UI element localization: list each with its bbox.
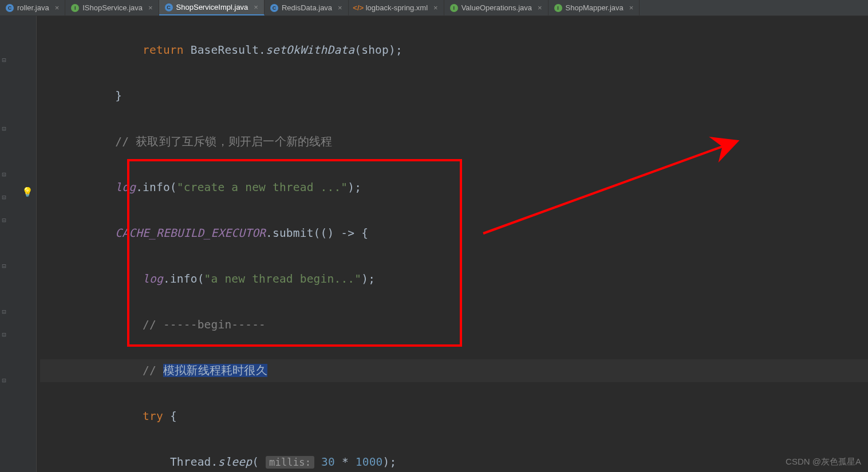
- close-icon[interactable]: ×: [431, 3, 438, 12]
- class-icon: C: [270, 4, 278, 12]
- tab-label: logback-spring.xml: [366, 3, 428, 12]
- tab-label: ShopMapper.java: [566, 3, 624, 12]
- fold-icon[interactable]: ⊟: [0, 170, 8, 179]
- fold-icon[interactable]: ⊟: [0, 193, 8, 201]
- close-icon[interactable]: ×: [53, 3, 60, 12]
- editor-area: ⊟ ⊟ ⊟ 💡 ⊟ ⊟ ⊟ ⊟ ⊟ ⊟ return BaseResult.se…: [0, 16, 868, 472]
- fold-icon[interactable]: ⊟: [0, 216, 8, 224]
- tab-roller[interactable]: C roller.java ×: [0, 0, 65, 15]
- class-icon: C: [6, 4, 14, 12]
- fold-icon[interactable]: ⊟: [0, 262, 8, 270]
- tab-valueoperations[interactable]: I ValueOperations.java ×: [444, 0, 549, 15]
- editor-tabs: C roller.java × I IShopService.java × C …: [0, 0, 868, 16]
- gutter: ⊟ ⊟ ⊟ 💡 ⊟ ⊟ ⊟ ⊟ ⊟ ⊟: [0, 16, 37, 472]
- tab-label: RedisData.java: [282, 3, 332, 12]
- interface-icon: I: [554, 4, 562, 12]
- close-icon[interactable]: ×: [251, 3, 258, 11]
- tab-label: roller.java: [17, 3, 49, 12]
- close-icon[interactable]: ×: [535, 3, 542, 12]
- tab-shopmapper[interactable]: I ShopMapper.java ×: [549, 0, 640, 15]
- tab-label: ValueOperations.java: [461, 3, 532, 12]
- close-icon[interactable]: ×: [146, 3, 153, 12]
- watermark: CSDN @灰色孤星A: [786, 457, 861, 467]
- fold-icon[interactable]: ⊟: [0, 376, 8, 384]
- code-editor[interactable]: return BaseResult.setOkWithData(shop); }…: [37, 16, 868, 472]
- close-icon[interactable]: ×: [336, 3, 342, 12]
- fold-icon[interactable]: ⊟: [0, 331, 8, 339]
- tab-redisdata[interactable]: C RedisData.java ×: [265, 0, 349, 15]
- selected-text: 模拟新线程耗时很久: [163, 364, 267, 377]
- interface-icon: I: [71, 4, 79, 12]
- tab-shopserviceimpl[interactable]: C ShopServiceImpl.java ×: [159, 0, 265, 15]
- tab-label: IShopService.java: [82, 3, 143, 12]
- class-icon: C: [165, 3, 173, 11]
- bulb-icon[interactable]: 💡: [22, 187, 33, 197]
- tab-ishopservice[interactable]: I IShopService.java ×: [65, 0, 159, 15]
- param-hint: millis:: [266, 456, 314, 469]
- tab-label: ShopServiceImpl.java: [176, 3, 248, 11]
- interface-icon: I: [450, 4, 458, 12]
- xml-icon: </>: [354, 4, 362, 12]
- tab-logback[interactable]: </> logback-spring.xml ×: [349, 0, 444, 15]
- fold-icon[interactable]: ⊟: [0, 125, 8, 133]
- fold-icon[interactable]: ⊟: [0, 308, 8, 316]
- close-icon[interactable]: ×: [627, 3, 634, 12]
- fold-icon[interactable]: ⊟: [0, 56, 8, 64]
